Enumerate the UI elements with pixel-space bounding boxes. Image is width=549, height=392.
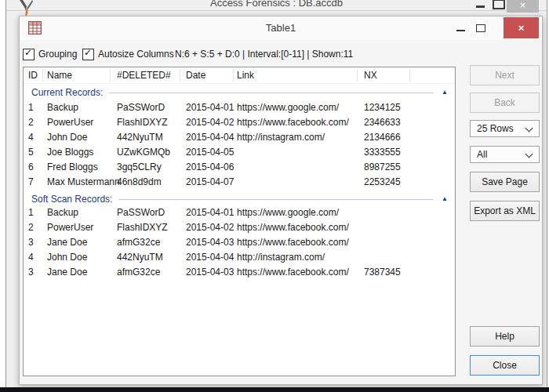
table-row[interactable]: 1 Backup PaSSWorD 2015-04-01 https://www… [24, 100, 455, 115]
grouping-checkbox[interactable]: ✓ Grouping [23, 46, 77, 62]
autosize-columns-checkbox[interactable]: ✓ Autosize Columns [82, 46, 174, 62]
outer-close-button[interactable]: × [507, 0, 539, 13]
column-separator [110, 69, 111, 82]
checkbox-checked-icon: ✓ [82, 49, 94, 60]
record-filter-value: All [477, 149, 487, 160]
rows-per-page-select[interactable]: 25 Rows [470, 120, 540, 137]
dialog-maximize-button[interactable] [473, 18, 490, 38]
back-button[interactable]: Back [470, 93, 540, 113]
column-header-nx[interactable]: NX [364, 67, 377, 83]
group-header-current-records[interactable]: Current Records: ▲ [24, 85, 455, 100]
save-page-button[interactable]: Save Page [470, 172, 540, 192]
table-row[interactable]: 2 PowerUser FlashIDXYZ 2015-04-02 https:… [24, 115, 455, 130]
records-list[interactable]: ID Name #DELETED# Date Link NX Current R… [23, 67, 456, 376]
column-separator [409, 69, 410, 82]
column-header-deleted[interactable]: #DELETED# [117, 67, 171, 83]
next-button[interactable]: Next [470, 65, 540, 85]
table-row[interactable]: 5 Joe Bloggs UZwKGMQb 2015-04-05 3333555 [24, 145, 455, 160]
table-row[interactable]: 1 Backup PaSSWorD 2015-04-01 https://www… [24, 205, 455, 220]
column-separator [357, 69, 358, 82]
outer-maximize-button[interactable] [489, 0, 507, 9]
chevron-down-icon [525, 125, 533, 132]
collapse-group-icon[interactable]: ▲ [442, 89, 448, 96]
rows-per-page-value: 25 Rows [477, 123, 514, 134]
list-header: ID Name #DELETED# Date Link NX [24, 67, 455, 84]
outer-titlebar: Access Forensics : DB.accdb [6, 0, 547, 11]
chevron-down-icon [525, 151, 533, 158]
table1-dialog: Table1 × ✓ Grouping ✓ Autosize Columns N… [19, 16, 543, 385]
dialog-close-button[interactable]: × [504, 17, 539, 38]
collapse-group-icon[interactable]: ▲ [442, 196, 448, 202]
group-rule [109, 93, 434, 93]
checkbox-checked-icon: ✓ [23, 49, 35, 60]
outer-window-controls: × [472, 0, 539, 13]
outer-window-title: Access Forensics : DB.accdb [6, 0, 547, 9]
column-header-id[interactable]: ID [28, 67, 38, 83]
status-text: N:6 + S:5 + D:0 | Interval:[0-11] | Show… [175, 49, 353, 60]
record-filter-select[interactable]: All [470, 146, 540, 163]
group-rule [118, 199, 434, 200]
column-header-link[interactable]: Link [237, 67, 254, 83]
column-separator [42, 69, 43, 82]
table-row[interactable]: 4 John Doe 442NyuTM 2015-04-04 http://in… [24, 250, 455, 265]
table-row[interactable]: 6 Fred Bloggs 3gq5CLRy 2015-04-06 898725… [24, 160, 455, 175]
table-row[interactable]: 4 John Doe 442NyuTM 2015-04-04 http://in… [24, 130, 455, 145]
column-separator [180, 69, 180, 82]
column-separator [233, 69, 234, 82]
grouping-label: Grouping [38, 49, 77, 60]
export-as-xml-button[interactable]: Export as XML [470, 201, 540, 221]
column-header-name[interactable]: Name [47, 67, 72, 83]
column-header-date[interactable]: Date [186, 67, 205, 83]
table-row[interactable]: 3 Jane Doe afmG32ce 2015-04-03 https://w… [24, 235, 455, 250]
dialog-minimize-button[interactable] [453, 18, 470, 38]
dialog-titlebar: Table1 × [20, 16, 542, 40]
close-button[interactable]: Close [470, 355, 540, 376]
screen: Access Forensics : DB.accdb × Table1 [0, 0, 549, 392]
outer-minimize-button[interactable] [472, 0, 489, 9]
table-row[interactable]: 3 Jane Doe afmG32ce 2015-04-03 https://w… [24, 265, 455, 280]
background-window-edge [0, 387, 549, 392]
toolbar-row: ✓ Grouping ✓ Autosize Columns N:6 + S:5 … [20, 46, 542, 64]
table-row[interactable]: 2 PowerUser FlashIDXYZ 2015-04-02 https:… [24, 220, 455, 235]
group-header-soft-scan-records[interactable]: Soft Scan Records: ▲ [24, 191, 455, 207]
table-row[interactable]: 7 Max Mustermann 46n8d9dm 2015-04-07 225… [24, 175, 455, 190]
autosize-columns-label: Autosize Columns [98, 49, 174, 60]
help-button[interactable]: Help [470, 326, 540, 347]
